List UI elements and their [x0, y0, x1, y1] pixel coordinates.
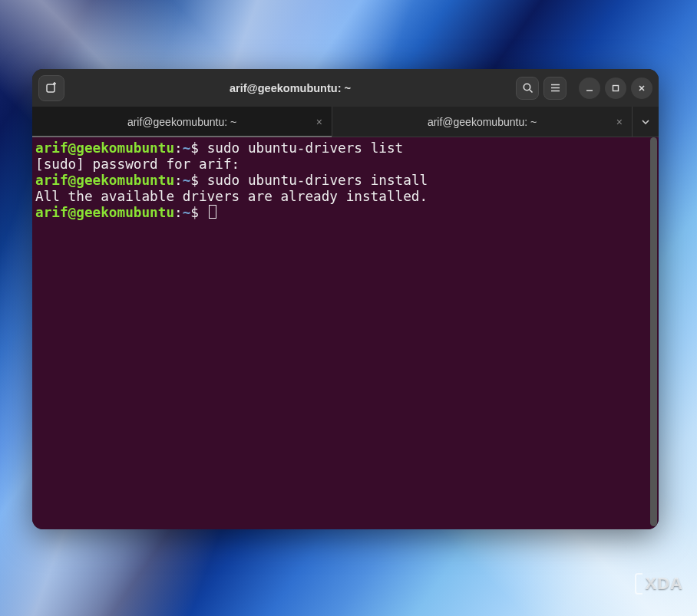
prompt-symbol: $ [190, 140, 199, 156]
tab-2[interactable]: arif@geekomubuntu: ~ × [332, 107, 633, 137]
prompt-colon: : [174, 205, 183, 220]
tab-1[interactable]: arif@geekomubuntu: ~ × [32, 107, 332, 137]
prompt-colon: : [174, 140, 183, 156]
chevron-down-icon [641, 117, 650, 127]
tab-title: arif@geekomubuntu: ~ [428, 116, 537, 128]
hamburger-icon [550, 82, 561, 94]
close-button[interactable] [631, 77, 652, 99]
maximize-icon [611, 84, 620, 93]
svg-line-4 [530, 90, 533, 93]
svg-point-3 [524, 84, 530, 90]
cursor [209, 205, 216, 219]
tab-close-button[interactable]: × [316, 116, 322, 128]
close-icon [637, 84, 646, 93]
terminal-line: arif@geekomubuntu:~$ [35, 205, 654, 221]
menu-button[interactable] [543, 77, 567, 100]
svg-rect-9 [613, 85, 619, 91]
tab-dropdown-button[interactable] [633, 107, 659, 137]
prompt-cwd: ~ [183, 205, 191, 220]
search-icon [522, 82, 533, 94]
command-text: sudo ubuntu-drivers install [207, 173, 428, 188]
prompt-symbol: $ [190, 205, 199, 220]
tab-close-button[interactable]: × [616, 116, 623, 128]
terminal-window: arif@geekomubuntu: ~ [32, 69, 659, 529]
tab-bar: arif@geekomubuntu: ~ × arif@geekomubuntu… [32, 107, 659, 137]
prompt-user-host: arif@geekomubuntu [35, 140, 174, 156]
search-button[interactable] [516, 77, 539, 100]
prompt-cwd: ~ [183, 140, 191, 156]
window-title: arif@geekomubuntu: ~ [69, 82, 511, 94]
prompt-symbol: $ [190, 173, 199, 188]
prompt-cwd: ~ [183, 173, 191, 188]
svg-rect-0 [47, 84, 55, 92]
terminal-line: arif@geekomubuntu:~$ sudo ubuntu-drivers… [35, 140, 654, 156]
minimize-icon [585, 84, 594, 93]
terminal-line: arif@geekomubuntu:~$ sudo ubuntu-drivers… [35, 173, 654, 189]
prompt-user-host: arif@geekomubuntu [35, 173, 174, 188]
watermark-text: XDA [646, 574, 683, 594]
prompt-colon: : [174, 173, 183, 188]
terminal-output: All the available drivers are already in… [35, 189, 654, 205]
minimize-button[interactable] [579, 77, 600, 99]
new-tab-button[interactable] [38, 75, 64, 101]
titlebar: arif@geekomubuntu: ~ [32, 69, 659, 107]
maximize-button[interactable] [605, 77, 626, 99]
prompt-user-host: arif@geekomubuntu [35, 205, 174, 220]
terminal-output: [sudo] password for arif: [35, 156, 654, 173]
watermark-bracket-icon [635, 573, 642, 595]
terminal-body[interactable]: arif@geekomubuntu:~$ sudo ubuntu-drivers… [32, 137, 659, 529]
scrollbar[interactable] [650, 137, 657, 526]
watermark: XDA [635, 573, 683, 595]
new-tab-icon [45, 82, 58, 94]
tab-title: arif@geekomubuntu: ~ [127, 116, 236, 128]
command-text: sudo ubuntu-drivers list [207, 140, 404, 156]
